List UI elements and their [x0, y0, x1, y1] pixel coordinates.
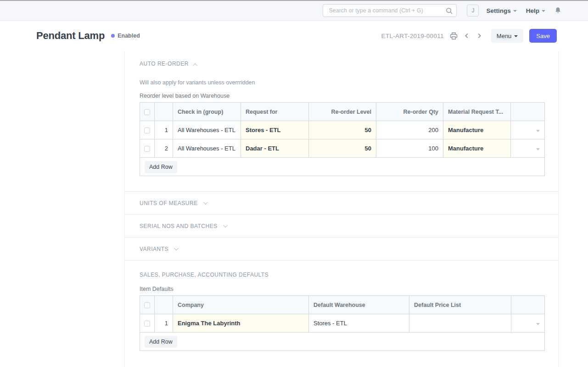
page-title: Pendant Lamp: [36, 30, 105, 42]
section-title: UNITS OF MEASURE: [140, 200, 198, 206]
status-badge: Enabled: [111, 33, 140, 39]
grid-field-label: Item Defaults: [140, 286, 543, 292]
global-search: [323, 4, 457, 17]
row-open-caret-icon[interactable]: [511, 121, 545, 139]
column-header[interactable]: Material Request T...: [443, 103, 511, 121]
table-row: 1All Warehouses - ETLStores - ETL50200Ma…: [140, 121, 545, 139]
help-text: Will also apply for variants unless over…: [140, 79, 543, 86]
section-head-auto-reorder[interactable]: AUTO RE-ORDER: [140, 61, 543, 67]
chevron-down-icon: [514, 35, 518, 37]
column-header[interactable]: Default Price List: [409, 296, 511, 314]
row-checkbox[interactable]: [140, 121, 155, 139]
section-title: SALES, PURCHASE, ACCOUNTING DEFAULTS: [140, 272, 269, 278]
chevron-down-icon: [203, 200, 208, 205]
chevron-down-icon: [542, 10, 545, 12]
notifications-bell-icon[interactable]: [554, 7, 561, 14]
section-auto-reorder: AUTO RE-ORDER Will also apply for varian…: [125, 51, 558, 192]
menu-button[interactable]: Menu: [491, 29, 524, 43]
search-input[interactable]: [323, 4, 457, 17]
grid-cell[interactable]: Stores - ETL: [241, 121, 309, 139]
column-header[interactable]: Check in (group): [173, 103, 241, 121]
select-all-checkbox[interactable]: [140, 103, 155, 121]
column-header-blank: [511, 103, 545, 121]
user-avatar[interactable]: J: [467, 5, 479, 17]
row-index[interactable]: 1: [155, 314, 173, 333]
chevron-down-icon: [174, 246, 179, 250]
grid-cell[interactable]: Stores - ETL: [309, 314, 409, 333]
settings-label: Settings: [486, 7, 510, 14]
grid-cell[interactable]: 50: [309, 121, 376, 139]
page-head: Pendant Lamp Enabled ETL-ART-2019-00011 …: [0, 21, 588, 51]
add-row-button[interactable]: Add Row: [145, 161, 177, 173]
grid-cell[interactable]: 50: [309, 139, 376, 158]
form-body: AUTO RE-ORDER Will also apply for varian…: [124, 51, 559, 367]
section-sales-defaults: SALES, PURCHASE, ACCOUNTING DEFAULTS Ite…: [125, 261, 558, 365]
column-header[interactable]: Re-order Level: [309, 103, 376, 121]
status-label: Enabled: [118, 33, 140, 39]
row-index-header: [155, 103, 173, 121]
menu-label: Menu: [497, 33, 512, 39]
select-all-checkbox[interactable]: [140, 296, 155, 314]
reorder-table: Check in (group)Request forRe-order Leve…: [140, 102, 545, 176]
chevron-down-icon: [223, 223, 228, 228]
grid-cell[interactable]: Manufacture: [443, 139, 511, 158]
section-head-serial-nos-and-batches[interactable]: SERIAL NOS AND BATCHES: [140, 223, 226, 229]
section-units-of-measure: UNITS OF MEASURE: [125, 192, 558, 215]
grid-cell[interactable]: 200: [376, 121, 443, 139]
row-index-header: [155, 296, 173, 314]
grid-cell[interactable]: [409, 314, 511, 333]
table-row: 2All Warehouses - ETLDadar - ETL50100Man…: [140, 139, 545, 158]
row-open-caret-icon[interactable]: [511, 314, 545, 333]
search-icon[interactable]: [446, 7, 453, 16]
column-header[interactable]: Company: [173, 296, 309, 314]
save-button[interactable]: Save: [529, 29, 557, 43]
grid-field-label: Reorder level based on Warehouse: [140, 93, 543, 99]
chevron-down-icon: [513, 10, 517, 12]
column-header[interactable]: Default Warehouse: [309, 296, 409, 314]
help-menu[interactable]: Help: [526, 7, 545, 14]
grid-cell[interactable]: All Warehouses - ETL: [173, 139, 241, 158]
grid-cell[interactable]: All Warehouses - ETL: [173, 121, 241, 139]
table-row: 1Enigma The LabyrinthStores - ETL: [140, 314, 545, 333]
row-checkbox[interactable]: [140, 139, 155, 158]
grid-cell[interactable]: Dadar - ETL: [241, 139, 309, 158]
section-title: AUTO RE-ORDER: [140, 61, 189, 67]
column-header[interactable]: Request for: [241, 103, 309, 121]
grid-cell[interactable]: Enigma The Labyrinth: [173, 314, 309, 333]
add-row-button[interactable]: Add Row: [145, 336, 177, 348]
item-defaults-table: CompanyDefault WarehouseDefault Price Li…: [140, 295, 545, 351]
prev-doc-chevron-left-icon[interactable]: [464, 33, 470, 39]
document-id: ETL-ART-2019-00011: [381, 33, 444, 39]
column-header-blank: [511, 296, 545, 314]
print-icon[interactable]: [450, 32, 458, 40]
help-label: Help: [526, 7, 539, 14]
grid-cell[interactable]: 100: [376, 139, 443, 158]
section-variants: VARIANTS: [125, 238, 558, 261]
section-head-variants[interactable]: VARIANTS: [140, 246, 177, 252]
status-dot-icon: [111, 34, 115, 38]
row-index[interactable]: 1: [155, 121, 173, 139]
section-head-units-of-measure[interactable]: UNITS OF MEASURE: [140, 200, 207, 206]
grid-cell[interactable]: Manufacture: [443, 121, 511, 139]
section-title: VARIANTS: [140, 246, 168, 252]
chevron-up-icon: [193, 63, 197, 67]
section-title: SERIAL NOS AND BATCHES: [140, 223, 218, 229]
row-open-caret-icon[interactable]: [511, 139, 545, 158]
settings-menu[interactable]: Settings: [486, 7, 516, 14]
column-header[interactable]: Re-order Qty: [376, 103, 443, 121]
next-doc-chevron-right-icon[interactable]: [476, 33, 482, 39]
section-head-sales-defaults[interactable]: SALES, PURCHASE, ACCOUNTING DEFAULTS: [140, 272, 543, 278]
top-navbar: J Settings Help: [0, 0, 588, 21]
row-index[interactable]: 2: [155, 139, 173, 158]
row-checkbox[interactable]: [140, 314, 155, 333]
section-serial-nos-and-batches: SERIAL NOS AND BATCHES: [125, 215, 558, 238]
